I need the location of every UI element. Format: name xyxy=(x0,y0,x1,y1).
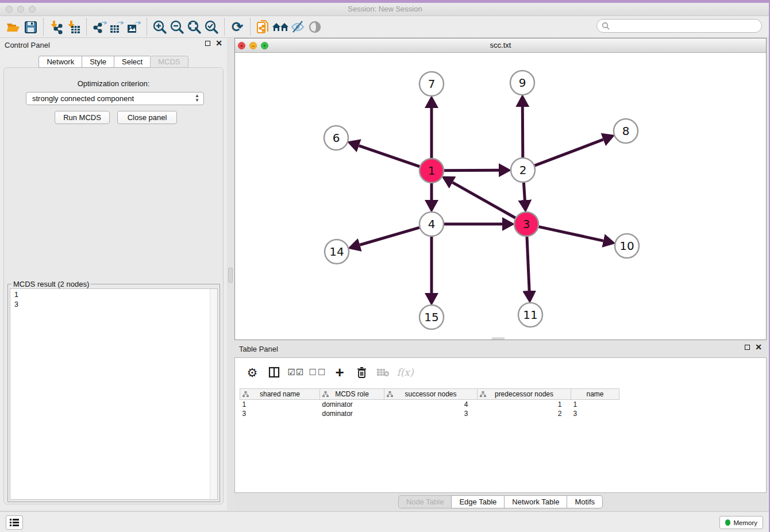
table-row[interactable]: 1dominator 41 1 xyxy=(240,400,619,409)
desktop-edge-top xyxy=(0,0,770,3)
window-title: Session: New Session xyxy=(0,5,770,13)
main-toolbar: ⟳ xyxy=(0,16,770,38)
panel-splitter-handle[interactable] xyxy=(228,268,233,283)
tab-network[interactable]: Network xyxy=(38,56,82,68)
search-input[interactable] xyxy=(613,22,761,30)
home-layout-icon[interactable] xyxy=(272,18,289,36)
edge-3-1[interactable] xyxy=(453,183,515,218)
import-network-icon[interactable] xyxy=(48,18,65,36)
edge-4-14[interactable] xyxy=(360,228,419,245)
control-panel: Control Panel ✕ Network Style Select MCD… xyxy=(0,38,227,510)
criterion-value: strongly connected component xyxy=(32,94,134,103)
export-network-icon[interactable] xyxy=(91,18,108,36)
clone-network-icon[interactable] xyxy=(255,18,272,36)
tab-motifs[interactable]: Motifs xyxy=(567,495,603,508)
memory-label: Memory xyxy=(733,519,757,526)
zoom-in-icon[interactable] xyxy=(151,18,168,36)
search-field[interactable] xyxy=(596,19,762,33)
main-titlebar: Session: New Session xyxy=(0,3,770,16)
function-builder-icon: f(x) xyxy=(398,365,412,379)
column-header-shared-name[interactable]: shared name xyxy=(240,389,320,400)
search-icon xyxy=(602,22,610,30)
tab-select[interactable]: Select xyxy=(114,56,150,68)
zoom-selected-icon[interactable] xyxy=(203,18,220,36)
table-header-row: shared name MCDS role successor nodes pr… xyxy=(240,389,619,400)
network-window-title: scc.txt xyxy=(235,41,766,49)
show-task-history-button[interactable] xyxy=(6,515,23,530)
memory-status-icon xyxy=(725,519,730,526)
delete-column-trash-icon[interactable] xyxy=(355,365,368,379)
toolbar-separator xyxy=(86,18,87,36)
control-panel-title: Control Panel xyxy=(5,41,50,49)
export-table-icon[interactable] xyxy=(108,18,125,36)
create-column-icon[interactable]: + xyxy=(333,365,346,379)
node-table-body: ⚙ ☑☑ ☐☐ + f(x) xyxy=(234,357,767,493)
node-label-4: 4 xyxy=(428,217,436,231)
import-table-icon[interactable] xyxy=(65,18,82,36)
result-line: 1 xyxy=(14,290,217,300)
criterion-dropdown[interactable]: strongly connected component ▲▼ xyxy=(26,92,204,105)
float-panel-icon[interactable] xyxy=(205,41,210,46)
toolbar-separator xyxy=(250,18,251,36)
edge-3-10[interactable] xyxy=(538,227,603,241)
tab-node-table[interactable]: Node Table xyxy=(398,495,452,508)
edge-2-3[interactable] xyxy=(523,183,525,200)
unselect-all-columns-icon[interactable]: ☐☐ xyxy=(311,365,325,379)
table-panel: Table Panel ✕ ⚙ ☑☑ ☐☐ + xyxy=(234,342,767,510)
edge-1-6[interactable] xyxy=(359,146,419,167)
network-canvas[interactable]: 7968124314101511 xyxy=(235,53,766,340)
mcds-result-title: MCDS result (2 nodes) xyxy=(11,280,91,288)
optimization-criterion-label: Optimization criterion: xyxy=(4,79,223,88)
zoom-fit-icon[interactable] xyxy=(186,18,203,36)
close-panel-icon[interactable]: ✕ xyxy=(755,345,762,350)
open-file-icon[interactable] xyxy=(5,18,22,36)
edge-1-2[interactable] xyxy=(444,170,499,171)
mcds-result-textarea[interactable]: 1 3 xyxy=(10,288,218,500)
memory-button[interactable]: Memory xyxy=(719,516,763,529)
column-header-successor-nodes[interactable]: successor nodes xyxy=(384,389,478,400)
tab-edge-table[interactable]: Edge Table xyxy=(451,495,504,508)
control-panel-tabs: Network Style Select MCDS xyxy=(0,56,227,68)
select-all-columns-icon[interactable]: ☑☑ xyxy=(289,365,303,379)
tab-mcds[interactable]: MCDS xyxy=(150,56,188,68)
table-settings-gear-icon[interactable]: ⚙ xyxy=(245,365,259,379)
float-panel-icon[interactable] xyxy=(745,345,750,350)
toolbar-separator xyxy=(43,18,44,36)
close-panel-button[interactable]: Close panel xyxy=(117,111,177,124)
node-label-7: 7 xyxy=(428,77,436,91)
show-columns-icon[interactable] xyxy=(267,365,281,379)
toolbar-separator xyxy=(147,18,147,36)
workspace: Control Panel ✕ Network Style Select MCD… xyxy=(0,38,770,511)
mcds-result-group: MCDS result (2 nodes) 1 3 xyxy=(7,284,220,502)
column-header-name[interactable]: name xyxy=(571,389,619,400)
column-header-predecessor-nodes[interactable]: predecessor nodes xyxy=(478,389,571,400)
node-label-9: 9 xyxy=(519,76,526,90)
hide-graphics-icon[interactable] xyxy=(289,18,306,36)
edge-2-9[interactable] xyxy=(522,107,523,157)
edge-3-11[interactable] xyxy=(527,237,529,291)
tab-style[interactable]: Style xyxy=(82,56,114,68)
network-window-titlebar[interactable]: × – + scc.txt xyxy=(235,38,766,53)
show-graphics-icon[interactable] xyxy=(306,18,324,36)
node-label-8: 8 xyxy=(622,124,630,138)
column-header-mcds-role[interactable]: MCDS role xyxy=(320,389,384,400)
table-row[interactable]: 3dominator 32 3 xyxy=(240,409,619,418)
table-tabs-bar: Node Table Edge Table Network Table Moti… xyxy=(234,493,767,510)
run-mcds-button[interactable]: Run MCDS xyxy=(55,111,110,124)
network-graph: 7968124314101511 xyxy=(235,53,766,340)
node-label-11: 11 xyxy=(523,308,537,322)
node-label-15: 15 xyxy=(424,310,438,324)
node-label-3: 3 xyxy=(523,217,530,231)
result-line: 3 xyxy=(14,300,217,310)
node-label-2: 2 xyxy=(519,163,527,177)
tab-network-table[interactable]: Network Table xyxy=(504,495,567,508)
result-scrollbar[interactable] xyxy=(210,289,217,499)
export-image-icon[interactable] xyxy=(125,18,143,36)
close-panel-icon[interactable]: ✕ xyxy=(215,41,222,46)
zoom-out-icon[interactable] xyxy=(168,18,186,36)
save-session-icon[interactable] xyxy=(22,18,39,36)
network-hscrollbar[interactable] xyxy=(492,337,505,340)
refresh-view-icon[interactable]: ⟳ xyxy=(229,18,246,36)
node-table: shared name MCDS role successor nodes pr… xyxy=(240,388,619,418)
edge-2-8[interactable] xyxy=(535,140,603,165)
